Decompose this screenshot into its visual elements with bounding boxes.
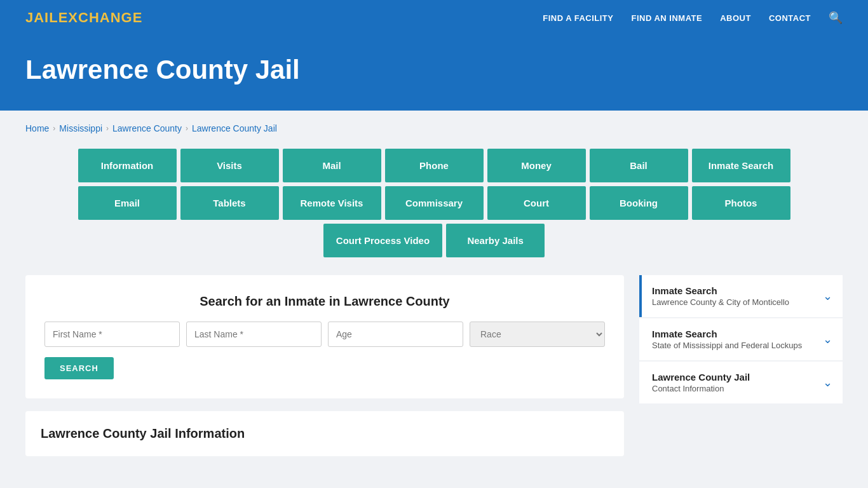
sidebar-item-1-title: Inmate Search (652, 285, 789, 296)
hero-section: Lawrence County Jail (0, 36, 868, 111)
btn-inmate-search[interactable]: Inmate Search (692, 149, 790, 182)
chevron-down-icon-2: ⌄ (823, 332, 832, 346)
btn-court[interactable]: Court (487, 186, 586, 220)
btn-mail[interactable]: Mail (283, 149, 381, 182)
buttons-row-3: Court Process Video Nearby Jails (323, 224, 545, 257)
breadcrumb-sep-3: › (186, 124, 188, 133)
btn-email[interactable]: Email (78, 186, 177, 220)
main-header: JAILEXCHANGE FIND A FACILITY FIND AN INM… (0, 0, 868, 36)
main-content: Home › Mississippi › Lawrence County › L… (0, 111, 868, 482)
sidebar-item-3-title: Lawrence County Jail (652, 372, 750, 383)
btn-tablets[interactable]: Tablets (180, 186, 279, 220)
nav-find-inmate[interactable]: FIND AN INMATE (631, 13, 702, 23)
left-column: Search for an Inmate in Lawrence County … (25, 275, 624, 456)
search-fields: Race White Black Hispanic Asian Other (44, 322, 605, 347)
race-select[interactable]: Race White Black Hispanic Asian Other (470, 322, 605, 347)
info-section: Lawrence County Jail Information (25, 411, 624, 456)
sidebar-item-3[interactable]: Lawrence County Jail Contact Information… (639, 362, 843, 403)
btn-photos[interactable]: Photos (692, 186, 790, 220)
chevron-down-icon-3: ⌄ (823, 376, 832, 390)
content-section: Search for an Inmate in Lawrence County … (25, 275, 843, 456)
btn-booking[interactable]: Booking (590, 186, 688, 220)
btn-nearby-jails[interactable]: Nearby Jails (446, 224, 545, 257)
breadcrumb-sep-2: › (106, 124, 109, 133)
nav-about[interactable]: ABOUT (720, 13, 751, 23)
btn-information[interactable]: Information (78, 149, 177, 182)
first-name-input[interactable] (44, 322, 180, 347)
sidebar-item-3-subtitle: Contact Information (652, 384, 750, 393)
btn-remote-visits[interactable]: Remote Visits (283, 186, 381, 220)
main-nav: FIND A FACILITY FIND AN INMATE ABOUT CON… (543, 11, 843, 25)
search-button[interactable]: SEARCH (44, 357, 114, 379)
nav-find-facility[interactable]: FIND A FACILITY (543, 13, 613, 23)
breadcrumb-lawrence-county-jail[interactable]: Lawrence County Jail (192, 123, 277, 133)
breadcrumb-home[interactable]: Home (25, 123, 49, 133)
sidebar-item-2-title: Inmate Search (652, 329, 802, 339)
sidebar-item-2[interactable]: Inmate Search State of Mississippi and F… (639, 318, 843, 360)
nav-contact[interactable]: CONTACT (769, 13, 811, 23)
search-icon: 🔍 (829, 11, 843, 24)
btn-visits[interactable]: Visits (180, 149, 279, 182)
sidebar-item-1[interactable]: Inmate Search Lawrence County & City of … (639, 275, 843, 317)
page-title: Lawrence County Jail (25, 55, 843, 85)
chevron-down-icon-1: ⌄ (823, 289, 832, 303)
breadcrumb-lawrence-county[interactable]: Lawrence County (112, 123, 182, 133)
logo-jail: JAIL (25, 10, 58, 25)
last-name-input[interactable] (186, 322, 322, 347)
btn-court-process-video[interactable]: Court Process Video (323, 224, 442, 257)
logo-exchange: EXCHANGE (58, 10, 143, 25)
buttons-row-2: Email Tablets Remote Visits Commissary C… (78, 186, 790, 220)
info-title: Lawrence County Jail Information (41, 426, 609, 441)
breadcrumb-mississippi[interactable]: Mississippi (59, 123, 102, 133)
age-input[interactable] (328, 322, 463, 347)
site-logo[interactable]: JAILEXCHANGE (25, 10, 142, 26)
search-title: Search for an Inmate in Lawrence County (44, 294, 605, 309)
inmate-search-box: Search for an Inmate in Lawrence County … (25, 275, 624, 398)
category-buttons: Information Visits Mail Phone Money Bail… (25, 149, 843, 257)
right-sidebar: Inmate Search Lawrence County & City of … (639, 275, 843, 405)
breadcrumb-sep-1: › (53, 124, 55, 133)
btn-money[interactable]: Money (487, 149, 586, 182)
buttons-row-1: Information Visits Mail Phone Money Bail… (78, 149, 790, 182)
search-icon-button[interactable]: 🔍 (829, 11, 843, 25)
btn-bail[interactable]: Bail (590, 149, 688, 182)
sidebar-item-2-subtitle: State of Mississippi and Federal Lockups (652, 341, 802, 350)
btn-commissary[interactable]: Commissary (385, 186, 484, 220)
btn-phone[interactable]: Phone (385, 149, 484, 182)
breadcrumb: Home › Mississippi › Lawrence County › L… (25, 123, 843, 133)
sidebar-item-1-subtitle: Lawrence County & City of Monticello (652, 297, 789, 307)
